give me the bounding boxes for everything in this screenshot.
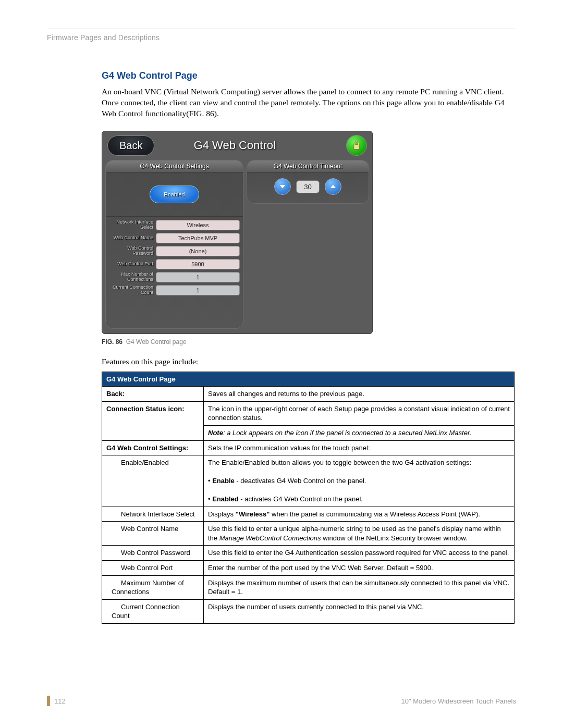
table-row: G4 Web Control Settings:Sets the IP comm… [102,440,515,455]
table-cell-desc: The Enable/Enabled button allows you to … [204,455,515,507]
connection-status-icon [346,135,367,156]
settings-row-field[interactable]: TechPubs MVP [156,233,240,243]
table-cell-desc: The icon in the upper-right corner of ea… [204,401,515,425]
table-header: G4 Web Control Page [102,372,515,387]
settings-row-label: Web Control Name [109,236,153,241]
table-row: Current Connection CountDisplays the num… [102,599,515,623]
settings-row: Max Number of Connections1 [109,272,240,282]
table-cell-desc: Use this field to enter the G4 Authentic… [204,546,515,561]
footer-accent [47,696,50,706]
table-row: Web Control PasswordUse this field to en… [102,546,515,561]
settings-subpanel: G4 Web Control Settings Enabled Network … [105,160,243,329]
settings-row-label: Current Connection Count [109,285,153,295]
settings-row-label: Max Number of Connections [109,272,153,282]
doc-title: 10" Modero Widescreen Touch Panels [401,697,516,705]
header-rule [47,29,516,29]
settings-row-field: 1 [156,285,240,295]
table-cell-desc: Displays "Wireless" when the panel is co… [204,507,515,522]
table-cell-label: Connection Status icon: [102,401,204,425]
settings-row-label: Web Control Port [109,262,153,267]
timeout-subpanel-title: G4 Web Control Timeout [247,161,369,172]
table-cell-label: Maximum Number of Connections [102,575,204,599]
features-intro: Features on this page include: [102,357,516,366]
table-row: Enable/EnabledThe Enable/Enabled button … [102,455,515,507]
g4-panel: Back G4 Web Control G4 Web Control Setti… [102,131,373,334]
table-cell-desc: Displays the maximum number of users tha… [204,575,515,599]
table-cell-label: Back: [102,387,204,402]
settings-row-field[interactable]: (None) [156,246,240,256]
table-cell-label [102,425,204,440]
table-cell-desc: Use this field to enter a unique alpha-n… [204,522,515,546]
table-cell-label: Current Connection Count [102,599,204,623]
timeout-decrease-button[interactable] [274,178,291,195]
chevron-up-icon [329,183,337,190]
settings-row: Current Connection Count1 [109,285,240,295]
features-table: G4 Web Control Page Back:Saves all chang… [102,372,515,624]
settings-row: Web Control NameTechPubs MVP [109,233,240,243]
page-footer: 112 10" Modero Widescreen Touch Panels [47,693,516,706]
settings-row-field[interactable]: 5900 [156,259,240,269]
table-cell-label: Enable/Enabled [102,455,204,507]
settings-row-field: 1 [156,272,240,282]
enabled-toggle-button[interactable]: Enabled [150,186,199,203]
section-title: G4 Web Control Page [102,70,516,81]
table-cell-desc: Sets the IP communication values for the… [204,440,515,455]
header-breadcrumb: Firmware Pages and Descriptions [47,33,516,42]
table-cell-note: Note: a Lock appears on the icon if the … [204,425,515,440]
table-row: Web Control NameUse this field to enter … [102,522,515,546]
table-cell-desc: Displays the number of users currently c… [204,599,515,623]
figure-caption: FIG. 86 G4 Web Control page [102,338,373,346]
settings-row-field[interactable]: Wireless [156,220,240,230]
settings-row: Web Control Port5900 [109,259,240,269]
table-cell-label: Web Control Port [102,560,204,575]
table-cell-label: Web Control Password [102,546,204,561]
screenshot: Back G4 Web Control G4 Web Control Setti… [102,131,373,346]
section-body: An on-board VNC (Virtual Network Computi… [102,87,511,119]
settings-row-label: Web Control Password [109,246,153,256]
table-row: Maximum Number of ConnectionsDisplays th… [102,575,515,599]
timeout-subpanel: G4 Web Control Timeout 30 [247,160,369,204]
panel-title: G4 Web Control [123,139,346,152]
table-cell-label: Web Control Name [102,522,204,546]
table-row: Connection Status icon:The icon in the u… [102,401,515,425]
settings-subpanel-title: G4 Web Control Settings [106,161,243,172]
settings-row: Network Interface SelectWireless [109,220,240,230]
figure-text: G4 Web Control page [126,338,187,346]
timeout-value: 30 [296,180,319,193]
settings-row: Web Control Password(None) [109,246,240,256]
table-row: Back:Saves all changes and returns to th… [102,387,515,402]
chevron-down-icon [279,183,286,190]
settings-row-label: Network Interface Select [109,220,153,230]
figure-number: FIG. 86 [102,338,123,346]
table-cell-label: G4 Web Control Settings: [102,440,204,455]
table-row: Network Interface SelectDisplays "Wirele… [102,507,515,522]
table-cell-label: Network Interface Select [102,507,204,522]
table-cell-desc: Saves all changes and returns to the pre… [204,387,515,402]
table-cell-desc: Enter the number of the port used by the… [204,560,515,575]
table-row: Web Control PortEnter the number of the … [102,560,515,575]
page-number: 112 [54,697,66,705]
table-row: Note: a Lock appears on the icon if the … [102,425,515,440]
timeout-increase-button[interactable] [325,178,341,195]
lock-icon [352,140,361,151]
